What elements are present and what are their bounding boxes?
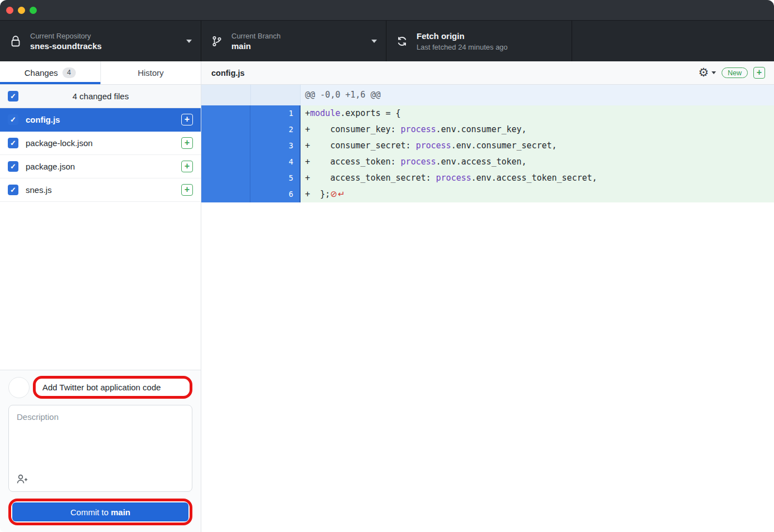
plus-square-icon[interactable]: + (181, 137, 193, 149)
plus-square-icon[interactable]: + (181, 114, 193, 125)
diff-file-name: config.js (211, 69, 698, 78)
main-content: Changes 4 History ✓ 4 changed files ✓con… (0, 61, 774, 532)
new-file-badge: New (722, 67, 748, 78)
fetch-origin-button[interactable]: Fetch origin Last fetched 24 minutes ago (386, 21, 572, 61)
git-branch-icon (210, 35, 224, 48)
repository-label: Current Repository (30, 32, 91, 40)
repository-text: Current Repository snes-soundtracks (30, 31, 181, 52)
branch-label: Current Branch (231, 32, 280, 40)
plus-square-icon[interactable]: + (181, 184, 193, 196)
file-name: package.json (26, 162, 181, 171)
commit-pane: Commit to main (0, 370, 201, 532)
lock-icon (9, 35, 22, 48)
checkbox-check-icon: ✓ (10, 139, 16, 147)
checkbox-check-icon: ✓ (10, 163, 16, 170)
file-list: ✓config.js+✓package-lock.json+✓package.j… (0, 108, 201, 202)
diff-line-gutter[interactable]: 5 (201, 170, 301, 186)
hunk-header-row: @@ -0,0 +1,6 @@ (201, 85, 774, 105)
diff-line-gutter[interactable]: 3 (201, 138, 301, 154)
checkbox-check-icon: ✓ (10, 116, 16, 123)
tab-history-label: History (138, 68, 164, 78)
commit-description-input[interactable] (9, 405, 192, 471)
diff-line-code: +module.exports = { (301, 105, 774, 122)
diff-line-gutter[interactable]: 2 (201, 122, 301, 138)
select-all-checkbox[interactable]: ✓ (8, 91, 18, 101)
current-branch-dropdown[interactable]: Current Branch main (201, 21, 386, 61)
repository-name: snes-soundtracks (30, 41, 181, 52)
active-tab-underline (0, 82, 100, 84)
annotation-highlight-summary (33, 376, 192, 399)
commit-to-main-button[interactable]: Commit to main (12, 502, 188, 521)
diff-line-code: + consumer_secret: process.env.consumer_… (301, 138, 774, 154)
commit-description-box (8, 405, 192, 492)
diff-line: 2+ consumer_key: process.env.consumer_ke… (201, 122, 774, 138)
file-checkbox[interactable]: ✓ (8, 138, 18, 148)
person-add-icon[interactable] (16, 472, 29, 486)
current-repository-dropdown[interactable]: Current Repository snes-soundtracks (0, 21, 201, 61)
checkbox-check-icon: ✓ (10, 93, 16, 100)
commit-button-label: Commit to (70, 507, 111, 517)
diff-line: 1+module.exports = { (201, 105, 774, 122)
plus-square-icon[interactable]: + (181, 161, 193, 172)
chevron-down-icon (712, 71, 716, 74)
diff-line: 3+ consumer_secret: process.env.consumer… (201, 138, 774, 154)
diff-line: 4+ access_token: process.env.access_toke… (201, 154, 774, 170)
diff-actions: ⚙ New + (698, 67, 765, 79)
tab-history[interactable]: History (100, 61, 201, 84)
diff-line-code: + };⊘↵ (301, 186, 774, 202)
tab-changes[interactable]: Changes 4 (0, 61, 100, 84)
annotation-highlight-commit: Commit to main (8, 499, 192, 525)
branch-name: main (231, 41, 366, 52)
diff-line-code: + access_token_secret: process.env.acces… (301, 170, 774, 186)
toolbar: Current Repository snes-soundtracks Curr… (0, 20, 774, 61)
diff-pane: config.js ⚙ New + @@ -0,0 +1,6 @@ 1+modu… (201, 61, 774, 532)
fetch-text: Fetch origin Last fetched 24 minutes ago (417, 31, 563, 52)
commit-button-branch: main (111, 507, 130, 517)
file-row-package-lock.json[interactable]: ✓package-lock.json+ (0, 132, 201, 155)
file-checkbox[interactable]: ✓ (8, 161, 18, 172)
zoom-window-button[interactable] (30, 7, 37, 14)
changed-files-header: ✓ 4 changed files (0, 85, 201, 108)
file-name: snes.js (26, 185, 181, 195)
diff-line: 6+ };⊘↵ (201, 186, 774, 202)
fetch-subtitle: Last fetched 24 minutes ago (417, 43, 507, 51)
commit-summary-input[interactable] (39, 380, 186, 394)
file-row-package.json[interactable]: ✓package.json+ (0, 155, 201, 178)
diff-line-code: + access_token: process.env.access_token… (301, 154, 774, 170)
gear-icon: ⚙ (698, 67, 709, 79)
fetch-title: Fetch origin (417, 31, 563, 42)
chevron-down-icon (371, 40, 377, 43)
avatar (8, 377, 30, 398)
file-checkbox[interactable]: ✓ (8, 185, 18, 195)
changed-files-count: 4 changed files (18, 91, 183, 101)
sidebar-spacer (0, 202, 201, 370)
file-row-config.js[interactable]: ✓config.js+ (0, 108, 201, 132)
sync-icon (395, 35, 409, 48)
diff-options-button[interactable]: ⚙ (698, 67, 716, 79)
diff-line-gutter[interactable]: 6 (201, 186, 301, 202)
sidebar-tabs: Changes 4 History (0, 61, 201, 85)
minimize-window-button[interactable] (18, 7, 25, 14)
file-checkbox[interactable]: ✓ (8, 114, 18, 125)
file-row-snes.js[interactable]: ✓snes.js+ (0, 178, 201, 202)
diff-header: config.js ⚙ New + (201, 61, 774, 85)
branch-text: Current Branch main (231, 31, 366, 52)
diff-body: @@ -0,0 +1,6 @@ 1+module.exports = {2+ c… (201, 85, 774, 532)
plus-square-icon[interactable]: + (753, 67, 765, 79)
diff-lines: 1+module.exports = {2+ consumer_key: pro… (201, 105, 774, 202)
tab-changes-label: Changes (25, 68, 58, 78)
checkbox-check-icon: ✓ (10, 186, 16, 194)
diff-line-gutter[interactable]: 4 (201, 154, 301, 170)
github-desktop-window: Current Repository snes-soundtracks Curr… (0, 0, 774, 532)
diff-line: 5+ access_token_secret: process.env.acce… (201, 170, 774, 186)
file-name: config.js (26, 115, 181, 124)
file-name: package-lock.json (26, 138, 181, 148)
changes-count-badge: 4 (62, 67, 76, 78)
close-window-button[interactable] (6, 7, 13, 14)
title-bar (0, 0, 774, 20)
sidebar: Changes 4 History ✓ 4 changed files ✓con… (0, 61, 201, 532)
chevron-down-icon (186, 40, 192, 43)
hunk-header-text: @@ -0,0 +1,6 @@ (301, 85, 774, 105)
diff-line-gutter[interactable]: 1 (201, 105, 301, 122)
diff-line-code: + consumer_key: process.env.consumer_key… (301, 122, 774, 138)
